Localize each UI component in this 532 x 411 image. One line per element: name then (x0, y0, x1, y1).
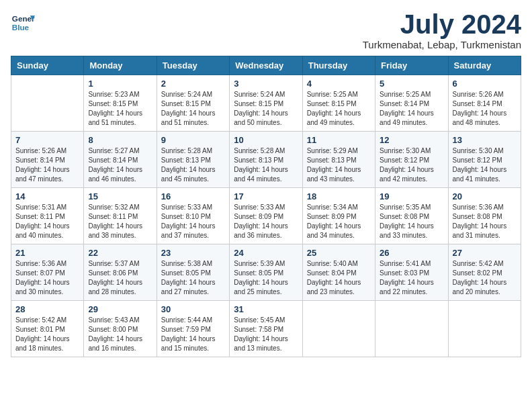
day-number: 17 (234, 191, 298, 201)
day-info: Sunrise: 5:33 AM Sunset: 8:09 PM Dayligh… (234, 203, 298, 240)
header-cell-sunday: Sunday (11, 56, 84, 75)
day-number: 1 (88, 79, 152, 89)
day-cell: 8Sunrise: 5:27 AM Sunset: 8:14 PM Daylig… (84, 132, 157, 188)
day-info: Sunrise: 5:43 AM Sunset: 8:00 PM Dayligh… (88, 316, 152, 353)
svg-text:Blue: Blue (12, 23, 30, 32)
day-cell: 27Sunrise: 5:42 AM Sunset: 8:02 PM Dayli… (448, 244, 521, 301)
day-cell: 15Sunrise: 5:32 AM Sunset: 8:11 PM Dayli… (84, 188, 157, 244)
day-cell: 30Sunrise: 5:44 AM Sunset: 7:59 PM Dayli… (157, 301, 229, 357)
day-info: Sunrise: 5:27 AM Sunset: 8:14 PM Dayligh… (88, 146, 152, 184)
day-cell: 17Sunrise: 5:33 AM Sunset: 8:09 PM Dayli… (230, 188, 302, 244)
day-cell: 18Sunrise: 5:34 AM Sunset: 8:09 PM Dayli… (302, 188, 375, 244)
day-cell: 29Sunrise: 5:43 AM Sunset: 8:00 PM Dayli… (84, 301, 157, 357)
day-info: Sunrise: 5:36 AM Sunset: 8:08 PM Dayligh… (453, 203, 517, 240)
day-info: Sunrise: 5:38 AM Sunset: 8:05 PM Dayligh… (161, 259, 225, 297)
day-cell (302, 301, 375, 357)
header-cell-thursday: Thursday (302, 56, 375, 75)
day-cell: 1Sunrise: 5:23 AM Sunset: 8:15 PM Daylig… (84, 75, 157, 132)
header-row: SundayMondayTuesdayWednesdayThursdayFrid… (11, 56, 521, 75)
day-cell (448, 301, 521, 357)
day-info: Sunrise: 5:30 AM Sunset: 8:12 PM Dayligh… (453, 146, 517, 184)
calendar-table: SundayMondayTuesdayWednesdayThursdayFrid… (11, 56, 521, 357)
day-info: Sunrise: 5:34 AM Sunset: 8:09 PM Dayligh… (307, 203, 371, 240)
day-info: Sunrise: 5:23 AM Sunset: 8:15 PM Dayligh… (88, 90, 152, 128)
day-cell: 31Sunrise: 5:45 AM Sunset: 7:58 PM Dayli… (230, 301, 302, 357)
day-info: Sunrise: 5:30 AM Sunset: 8:12 PM Dayligh… (380, 146, 443, 184)
day-number: 8 (88, 135, 152, 145)
day-number: 23 (161, 248, 225, 258)
header-cell-friday: Friday (375, 56, 448, 75)
day-number: 30 (161, 304, 225, 314)
day-number: 25 (307, 248, 371, 258)
header-cell-tuesday: Tuesday (157, 56, 229, 75)
day-cell: 24Sunrise: 5:39 AM Sunset: 8:05 PM Dayli… (230, 244, 302, 301)
calendar-body: 1Sunrise: 5:23 AM Sunset: 8:15 PM Daylig… (11, 75, 521, 357)
day-number: 21 (15, 248, 79, 258)
day-cell: 4Sunrise: 5:25 AM Sunset: 8:15 PM Daylig… (302, 75, 375, 132)
day-number: 10 (234, 135, 298, 145)
day-info: Sunrise: 5:44 AM Sunset: 7:59 PM Dayligh… (161, 316, 225, 353)
title-area: July 2024 Turkmenabat, Lebap, Turkmenist… (363, 11, 521, 50)
day-cell: 20Sunrise: 5:36 AM Sunset: 8:08 PM Dayli… (448, 188, 521, 244)
day-cell: 22Sunrise: 5:37 AM Sunset: 8:06 PM Dayli… (84, 244, 157, 301)
day-number: 15 (88, 191, 152, 201)
day-cell: 5Sunrise: 5:25 AM Sunset: 8:14 PM Daylig… (375, 75, 448, 132)
day-number: 5 (380, 79, 443, 89)
day-number: 26 (380, 248, 443, 258)
page-header: General Blue July 2024 Turkmenabat, Leba… (11, 11, 521, 50)
day-number: 11 (307, 135, 371, 145)
day-number: 28 (15, 304, 79, 314)
day-info: Sunrise: 5:26 AM Sunset: 8:14 PM Dayligh… (15, 146, 79, 184)
day-number: 19 (380, 191, 443, 201)
day-info: Sunrise: 5:40 AM Sunset: 8:04 PM Dayligh… (307, 259, 371, 297)
week-row-1: 1Sunrise: 5:23 AM Sunset: 8:15 PM Daylig… (11, 75, 521, 132)
day-cell: 25Sunrise: 5:40 AM Sunset: 8:04 PM Dayli… (302, 244, 375, 301)
day-number: 16 (161, 191, 225, 201)
day-info: Sunrise: 5:42 AM Sunset: 8:02 PM Dayligh… (453, 259, 517, 297)
week-row-4: 21Sunrise: 5:36 AM Sunset: 8:07 PM Dayli… (11, 244, 521, 301)
day-info: Sunrise: 5:24 AM Sunset: 8:15 PM Dayligh… (234, 90, 298, 128)
svg-text:General: General (12, 14, 35, 23)
day-info: Sunrise: 5:37 AM Sunset: 8:06 PM Dayligh… (88, 259, 152, 297)
day-info: Sunrise: 5:25 AM Sunset: 8:15 PM Dayligh… (307, 90, 371, 128)
day-number: 29 (88, 304, 152, 314)
day-number: 20 (453, 191, 517, 201)
day-cell: 16Sunrise: 5:33 AM Sunset: 8:10 PM Dayli… (157, 188, 229, 244)
header-cell-wednesday: Wednesday (230, 56, 302, 75)
day-cell: 19Sunrise: 5:35 AM Sunset: 8:08 PM Dayli… (375, 188, 448, 244)
day-number: 12 (380, 135, 443, 145)
day-info: Sunrise: 5:28 AM Sunset: 8:13 PM Dayligh… (161, 146, 225, 184)
month-title: July 2024 (363, 11, 521, 38)
day-number: 18 (307, 191, 371, 201)
week-row-2: 7Sunrise: 5:26 AM Sunset: 8:14 PM Daylig… (11, 132, 521, 188)
header-cell-monday: Monday (84, 56, 157, 75)
day-cell: 9Sunrise: 5:28 AM Sunset: 8:13 PM Daylig… (157, 132, 229, 188)
day-info: Sunrise: 5:28 AM Sunset: 8:13 PM Dayligh… (234, 146, 298, 184)
day-info: Sunrise: 5:33 AM Sunset: 8:10 PM Dayligh… (161, 203, 225, 240)
day-number: 22 (88, 248, 152, 258)
calendar-header: SundayMondayTuesdayWednesdayThursdayFrid… (11, 56, 521, 75)
day-cell: 10Sunrise: 5:28 AM Sunset: 8:13 PM Dayli… (230, 132, 302, 188)
day-number: 4 (307, 79, 371, 89)
day-cell (375, 301, 448, 357)
day-cell: 26Sunrise: 5:41 AM Sunset: 8:03 PM Dayli… (375, 244, 448, 301)
header-cell-saturday: Saturday (448, 56, 521, 75)
day-info: Sunrise: 5:35 AM Sunset: 8:08 PM Dayligh… (380, 203, 443, 240)
day-cell: 23Sunrise: 5:38 AM Sunset: 8:05 PM Dayli… (157, 244, 229, 301)
day-info: Sunrise: 5:45 AM Sunset: 7:58 PM Dayligh… (234, 316, 298, 353)
day-info: Sunrise: 5:41 AM Sunset: 8:03 PM Dayligh… (380, 259, 443, 297)
day-number: 14 (15, 191, 79, 201)
logo-icon: General Blue (11, 11, 35, 35)
day-info: Sunrise: 5:24 AM Sunset: 8:15 PM Dayligh… (161, 90, 225, 128)
day-number: 27 (453, 248, 517, 258)
day-info: Sunrise: 5:25 AM Sunset: 8:14 PM Dayligh… (380, 90, 443, 128)
day-number: 6 (453, 79, 517, 89)
day-cell: 28Sunrise: 5:42 AM Sunset: 8:01 PM Dayli… (11, 301, 84, 357)
day-cell: 11Sunrise: 5:29 AM Sunset: 8:13 PM Dayli… (302, 132, 375, 188)
day-info: Sunrise: 5:39 AM Sunset: 8:05 PM Dayligh… (234, 259, 298, 297)
week-row-5: 28Sunrise: 5:42 AM Sunset: 8:01 PM Dayli… (11, 301, 521, 357)
day-info: Sunrise: 5:42 AM Sunset: 8:01 PM Dayligh… (15, 316, 79, 353)
day-number: 3 (234, 79, 298, 89)
location-subtitle: Turkmenabat, Lebap, Turkmenistan (363, 39, 521, 50)
day-cell: 6Sunrise: 5:26 AM Sunset: 8:14 PM Daylig… (448, 75, 521, 132)
